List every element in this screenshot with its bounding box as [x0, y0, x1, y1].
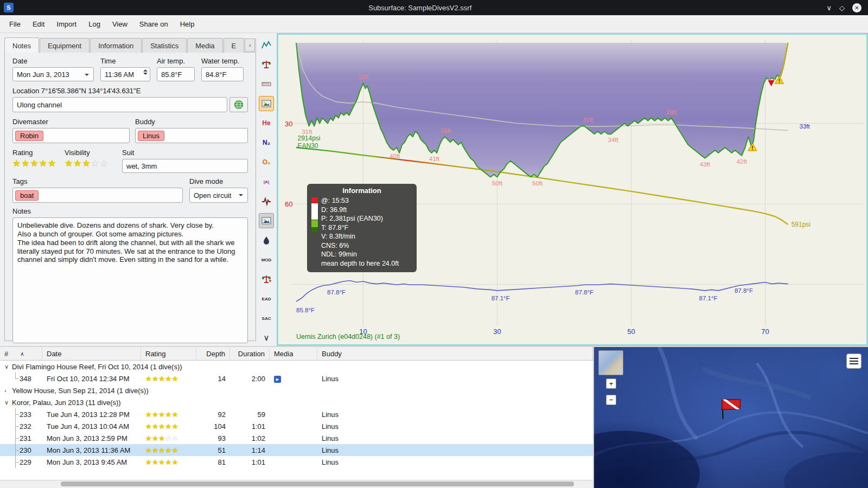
- buddy-chip[interactable]: Linus: [138, 131, 164, 141]
- column-header-buddy[interactable]: Buddy: [317, 347, 593, 360]
- tab-statistics[interactable]: Statistics: [142, 38, 187, 53]
- dive-flag-marker[interactable]: [714, 391, 747, 422]
- tab-e[interactable]: E: [224, 38, 245, 53]
- he-icon[interactable]: He: [259, 115, 274, 131]
- menu-log[interactable]: Log: [82, 17, 106, 31]
- spinner-arrows-icon[interactable]: [143, 69, 148, 75]
- n2-icon[interactable]: N₂: [259, 135, 274, 150]
- column-header-depth[interactable]: Depth: [196, 347, 230, 360]
- buddy-input[interactable]: Linus: [135, 128, 248, 143]
- airtemp-input[interactable]: 85.8°F: [157, 67, 195, 81]
- map-lookup-button[interactable]: [229, 97, 248, 112]
- suit-input[interactable]: wet, 3mm: [122, 159, 248, 173]
- column-header-media[interactable]: Media: [270, 347, 317, 360]
- tab-information[interactable]: Information: [90, 38, 142, 53]
- tab-equipment[interactable]: Equipment: [40, 38, 90, 53]
- menu-file[interactable]: File: [3, 17, 27, 31]
- collapse-icon[interactable]: ∨: [4, 399, 12, 406]
- dive-row[interactable]: 229Mon Jun 3, 2013 9:45 AM★★★★★811:01Lin…: [0, 456, 593, 468]
- setpoint-icon[interactable]: |A|: [259, 174, 274, 189]
- ead-icon-label: EAD: [262, 297, 271, 301]
- divemaster-chip[interactable]: Robin: [15, 131, 43, 141]
- dive-row[interactable]: 348Fri Oct 10, 2014 12:34 PM★★★★★142:00▶…: [0, 373, 593, 384]
- star-icon: ★: [145, 410, 152, 419]
- menu-import[interactable]: Import: [50, 17, 82, 31]
- dive-row[interactable]: 233Tue Jun 4, 2013 12:28 PM★★★★★9259Linu…: [0, 408, 593, 420]
- collapse-icon[interactable]: ∨: [4, 363, 12, 370]
- scale-icon[interactable]: [259, 57, 274, 72]
- tag-chip[interactable]: boat: [15, 190, 39, 201]
- menu-edit[interactable]: Edit: [27, 17, 50, 31]
- titlebar[interactable]: S Subsurface: SampleDivesV2.ssrf ∨ ◇ ✕: [0, 0, 868, 15]
- dive-row[interactable]: 231Mon Jun 3, 2013 2:59 PM★★★☆☆931:02Lin…: [0, 432, 593, 444]
- trip-row[interactable]: ›Yellow House, Sun Sep 21, 2014 (1 dive(…: [0, 384, 593, 396]
- map-zoom-in-button[interactable]: +: [606, 378, 616, 389]
- picture-icon[interactable]: [259, 213, 274, 228]
- menu-view[interactable]: View: [106, 17, 133, 31]
- mod-icon[interactable]: MOD: [259, 252, 274, 267]
- star-icon: ★: [172, 410, 178, 419]
- close-icon[interactable]: ✕: [852, 3, 861, 12]
- dive-list-hscrollbar[interactable]: [0, 480, 593, 488]
- date-combobox[interactable]: Mon Jun 3, 2013: [12, 67, 94, 81]
- dive-profile[interactable]: 10305070306031ft15ft40ft41ft35ft50ft50ft…: [277, 33, 868, 346]
- profile-info-tooltip[interactable]: Information @: 15:53D: 36.9ftP: 2,381psi…: [307, 184, 417, 272]
- trip-row[interactable]: ∨Koror, Palau, Jun 2013 (11 dive(s)): [0, 396, 593, 408]
- heartrate-icon[interactable]: [259, 194, 274, 209]
- globe-icon: [234, 100, 244, 110]
- rating-stars[interactable]: ★★★★★: [12, 159, 57, 168]
- tab-notes[interactable]: Notes: [4, 37, 39, 53]
- expand-icon[interactable]: ›: [4, 387, 12, 394]
- setpoint-icon-label: |A|: [264, 179, 269, 184]
- column-header-duration[interactable]: Duration: [230, 347, 270, 360]
- trip-row[interactable]: ∨Divi Flamingo House Reef, Fri Oct 10, 2…: [0, 361, 593, 373]
- notes-textarea[interactable]: Unbelievable dive. Dozens and dozens of …: [12, 217, 248, 343]
- dc-scale-icon[interactable]: [259, 272, 274, 287]
- menu-help[interactable]: Help: [174, 17, 201, 31]
- column-header-num[interactable]: # ∧: [0, 347, 42, 360]
- tree-branch-icon: [12, 444, 20, 456]
- visibility-stars[interactable]: ★★★☆☆: [65, 159, 114, 168]
- dive-row[interactable]: 230Mon Jun 3, 2013 11:36 AM★★★★★511:14Li…: [0, 444, 593, 456]
- divemaster-label: Divemaster: [12, 118, 130, 126]
- divemode-combobox[interactable]: Open circuit: [189, 188, 248, 203]
- time-spinner[interactable]: 11:36 AM: [100, 67, 150, 81]
- ceiling-icon[interactable]: [259, 233, 274, 248]
- buddy-label: Buddy: [135, 118, 248, 126]
- column-header-rating[interactable]: Rating: [141, 347, 196, 360]
- tab-media[interactable]: Media: [187, 38, 222, 53]
- photos-icon[interactable]: [259, 96, 274, 111]
- tags-input[interactable]: boat: [12, 188, 183, 203]
- maximize-icon[interactable]: ◇: [839, 4, 845, 12]
- scrollbar-thumb[interactable]: [61, 481, 574, 486]
- minimize-icon[interactable]: ∨: [826, 4, 832, 12]
- notes-tab-panel: Date Mon Jun 3, 2013 Time 11:36 AM Air t…: [4, 52, 256, 341]
- map-zoom-out-button[interactable]: −: [606, 395, 616, 405]
- sac-icon[interactable]: SAC: [259, 311, 274, 326]
- svg-text:40ft: 40ft: [390, 153, 400, 159]
- dive-number: 229: [20, 458, 31, 466]
- menu-share-on[interactable]: Share on: [133, 17, 174, 31]
- dive-list-header[interactable]: # ∧DateRatingDepthDurationMediaBuddy: [0, 347, 593, 361]
- media-icon[interactable]: ▶: [274, 376, 281, 383]
- ead-icon[interactable]: EAD: [259, 291, 274, 306]
- dive-row[interactable]: 232Tue Jun 4, 2013 10:04 AM★★★★★1041:01L…: [0, 420, 593, 432]
- toolbar-collapse-icon[interactable]: ∨: [264, 333, 270, 343]
- map-menu-button[interactable]: [846, 354, 861, 369]
- location-input[interactable]: Ulong channel: [12, 97, 227, 112]
- divemaster-input[interactable]: Robin: [12, 128, 130, 143]
- dive-duration: 1:01: [230, 422, 270, 431]
- tooltip-title: Information: [311, 187, 412, 195]
- ruler-icon[interactable]: [259, 76, 274, 92]
- trip-label: Koror, Palau, Jun 2013 (11 dive(s)): [12, 399, 121, 407]
- dive-date: Fri Oct 10, 2014 12:34 PM: [42, 375, 141, 383]
- dive-map[interactable]: + −: [594, 346, 868, 488]
- profile-plot-icon[interactable]: [259, 37, 274, 53]
- o2-icon[interactable]: O₂: [259, 155, 274, 170]
- column-header-date[interactable]: Date: [42, 347, 141, 360]
- location-label: Location 7°16'58.386"N 134°14'43.631"E: [12, 87, 248, 95]
- watertemp-input[interactable]: 84.8°F: [201, 67, 244, 81]
- svg-text:50ft: 50ft: [492, 180, 503, 187]
- map-overview-inset[interactable]: [598, 350, 623, 375]
- tab-scroll-left-icon[interactable]: ‹: [245, 38, 255, 52]
